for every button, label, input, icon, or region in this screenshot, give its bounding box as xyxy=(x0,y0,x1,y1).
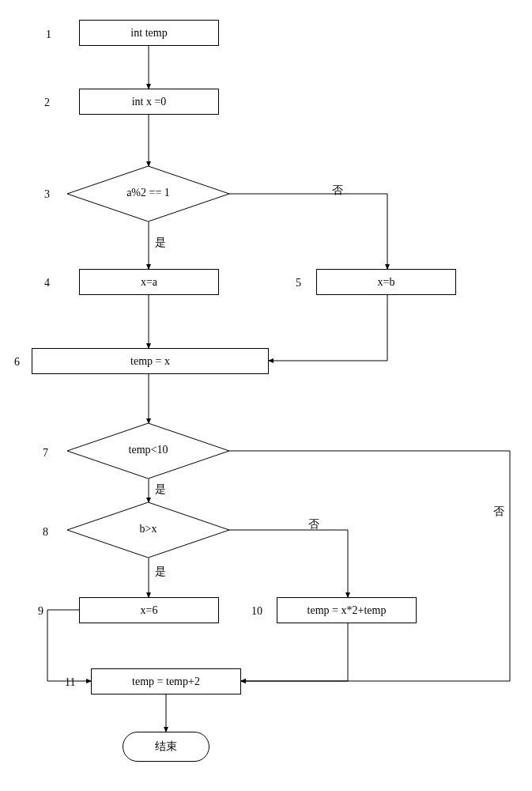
edge-label-yes: 是 xyxy=(155,565,166,579)
edge-label-yes: 是 xyxy=(155,483,166,497)
edge-label-no: 否 xyxy=(308,517,319,532)
edge-label-no: 否 xyxy=(332,184,343,198)
edge-label-yes: 是 xyxy=(155,236,166,250)
edge-label-no: 否 xyxy=(493,505,504,519)
edge-1-2 xyxy=(0,0,532,791)
